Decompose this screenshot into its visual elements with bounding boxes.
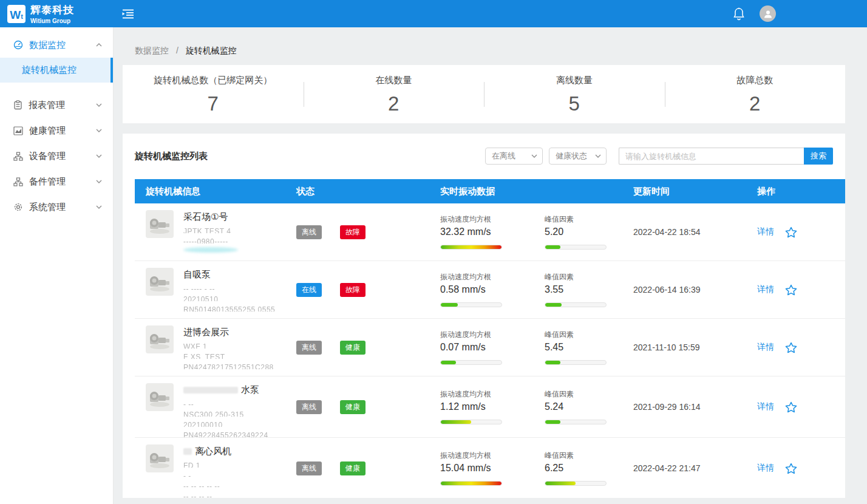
spareparts-sitemap-icon bbox=[13, 177, 23, 186]
sidebar-item-label: 报表管理 bbox=[29, 100, 65, 111]
machine-serial-redacted: WXF 1 bbox=[183, 342, 274, 349]
vibration-label: 振动速度均方根 bbox=[440, 330, 545, 340]
peak-factor-metric: 峰值因素 5.20 bbox=[545, 214, 622, 250]
user-avatar[interactable] bbox=[760, 5, 776, 22]
vibration-value: 0.07 mm/s bbox=[440, 342, 545, 353]
health-status-badge: 健康 bbox=[340, 400, 365, 414]
health-chart-icon bbox=[13, 126, 23, 135]
star-favorite-icon[interactable] bbox=[785, 342, 797, 353]
sidebar-item-data-monitor[interactable]: 数据监控 bbox=[0, 32, 113, 58]
menu-fold-icon[interactable] bbox=[122, 9, 134, 19]
peak-factor-label: 峰值因素 bbox=[545, 330, 622, 340]
star-favorite-icon[interactable] bbox=[785, 284, 797, 296]
vibration-bar bbox=[440, 420, 502, 424]
chevron-down-icon bbox=[96, 154, 102, 158]
breadcrumb-separator: / bbox=[176, 46, 178, 55]
machine-name: 水泵 bbox=[183, 384, 268, 396]
machine-list-card: 旋转机械监控列表 在离线 健康状态 搜索 bbox=[123, 134, 845, 498]
updated-time: 2022-04-22 18:54 bbox=[622, 227, 746, 237]
stat-value: 2 bbox=[304, 92, 484, 115]
machine-serial-redacted: PN42478217512551C288 bbox=[183, 363, 274, 369]
machine-search-input[interactable] bbox=[619, 148, 804, 165]
health-status-select[interactable]: 健康状态 bbox=[549, 148, 607, 165]
redacted-text bbox=[183, 448, 192, 455]
sidebar-item-label: 备件管理 bbox=[29, 176, 66, 188]
chevron-down-icon bbox=[96, 103, 102, 107]
detail-link[interactable]: 详情 bbox=[757, 401, 774, 412]
health-status-badge: 故障 bbox=[340, 225, 365, 239]
col-header-actions: 操作 bbox=[746, 186, 845, 197]
breadcrumb-parent[interactable]: 数据监控 bbox=[135, 46, 169, 55]
table-body: 采石场①号 JPTK TEST 4-----0980----- 离线 故障 振动… bbox=[123, 203, 845, 498]
star-favorite-icon[interactable] bbox=[785, 463, 797, 474]
col-header-machine-info: 旋转机械信息 bbox=[135, 186, 285, 197]
chevron-down-icon bbox=[595, 154, 601, 158]
main-content: 数据监控 / 旋转机械监控 旋转机械总数（已绑定网关） 7 在线数量 2 离线数… bbox=[114, 27, 867, 504]
vibration-value: 32.32 mm/s bbox=[440, 226, 545, 237]
detail-link[interactable]: 详情 bbox=[757, 463, 774, 474]
stat-online-count: 在线数量 2 bbox=[304, 73, 484, 115]
machine-serial-redacted: JPTK TEST 4 bbox=[183, 227, 238, 233]
search-button[interactable]: 搜索 bbox=[804, 148, 833, 165]
chevron-down-icon bbox=[96, 180, 102, 183]
stat-label: 故障总数 bbox=[665, 75, 846, 86]
machine-serial-redacted: -- -- -- -- -- bbox=[183, 482, 231, 488]
sidebar-item-label: 设备管理 bbox=[29, 151, 66, 162]
vibration-label: 振动速度均方根 bbox=[440, 272, 545, 282]
redaction-smudge bbox=[183, 247, 238, 253]
stat-offline-count: 离线数量 5 bbox=[484, 73, 665, 115]
star-favorite-icon[interactable] bbox=[785, 401, 797, 413]
breadcrumb: 数据监控 / 旋转机械监控 bbox=[135, 46, 845, 56]
machine-name: 自吸泵 bbox=[183, 269, 275, 281]
brand-name: 辉泰科技 bbox=[30, 3, 74, 17]
online-status-select[interactable]: 在离线 bbox=[485, 148, 543, 165]
brand-logo-icon: Wt bbox=[7, 5, 25, 23]
stat-label: 旋转机械总数（已绑定网关） bbox=[123, 75, 304, 86]
peak-factor-label: 峰值因素 bbox=[545, 451, 622, 461]
select-value: 在离线 bbox=[492, 151, 515, 162]
machine-serial-redacted: -----0980----- bbox=[183, 237, 238, 243]
detail-link[interactable]: 详情 bbox=[757, 342, 774, 353]
notification-bell-icon[interactable] bbox=[733, 7, 745, 21]
star-favorite-icon[interactable] bbox=[785, 226, 797, 238]
list-title: 旋转机械监控列表 bbox=[135, 151, 208, 162]
machine-serial-redacted: NSC300 250-315 bbox=[183, 410, 268, 417]
vibration-value: 0.58 mm/s bbox=[440, 284, 545, 295]
peak-factor-bar bbox=[545, 420, 607, 424]
online-status-badge: 离线 bbox=[296, 225, 322, 239]
vibration-value: 15.04 mm/s bbox=[440, 463, 545, 474]
machine-thumbnail bbox=[146, 325, 174, 353]
machine-serial-redacted: - - bbox=[183, 472, 231, 478]
vibration-metric: 振动速度均方根 32.32 mm/s bbox=[440, 214, 545, 250]
peak-factor-value: 6.25 bbox=[545, 463, 622, 474]
vibration-metric: 振动速度均方根 15.04 mm/s bbox=[440, 451, 545, 486]
updated-time: 2021-09-29 16:14 bbox=[622, 402, 746, 412]
vibration-bar bbox=[440, 481, 502, 486]
sidebar-item-rotating-machine-monitor[interactable]: 旋转机械监控 bbox=[0, 58, 113, 83]
machine-serial-redacted: - -- bbox=[183, 400, 268, 406]
report-clipboard-icon bbox=[13, 100, 22, 110]
vibration-metric: 振动速度均方根 1.12 mm/s bbox=[440, 389, 545, 424]
stat-total-machines: 旋转机械总数（已绑定网关） 7 bbox=[123, 73, 304, 115]
sidebar-item-report-mgmt[interactable]: 报表管理 bbox=[0, 92, 113, 118]
dashboard-gauge-icon bbox=[13, 40, 23, 50]
sidebar-item-spareparts-mgmt[interactable]: 备件管理 bbox=[0, 169, 113, 194]
sidebar-item-system-mgmt[interactable]: 系统管理 bbox=[0, 194, 113, 220]
breadcrumb-current: 旋转机械监控 bbox=[186, 46, 237, 55]
detail-link[interactable]: 详情 bbox=[757, 284, 774, 295]
detail-link[interactable]: 详情 bbox=[757, 226, 774, 237]
vibration-bar bbox=[440, 360, 502, 365]
peak-factor-metric: 峰值因素 3.55 bbox=[545, 272, 622, 307]
device-sitemap-icon bbox=[13, 152, 23, 161]
machine-serial-redacted: RN50148013555255 0555 bbox=[183, 305, 275, 312]
chevron-down-icon bbox=[531, 154, 537, 158]
chevron-down-icon bbox=[96, 205, 102, 209]
sidebar-item-health-mgmt[interactable]: 健康管理 bbox=[0, 118, 113, 143]
machine-name: 进博会展示 bbox=[183, 327, 274, 338]
sidebar-item-device-mgmt[interactable]: 设备管理 bbox=[0, 143, 113, 169]
peak-factor-bar bbox=[545, 481, 607, 486]
machine-thumbnail bbox=[146, 383, 174, 411]
machine-thumbnail bbox=[146, 268, 174, 296]
machine-name: 采石场①号 bbox=[183, 211, 238, 223]
online-status-badge: 在线 bbox=[296, 283, 322, 297]
